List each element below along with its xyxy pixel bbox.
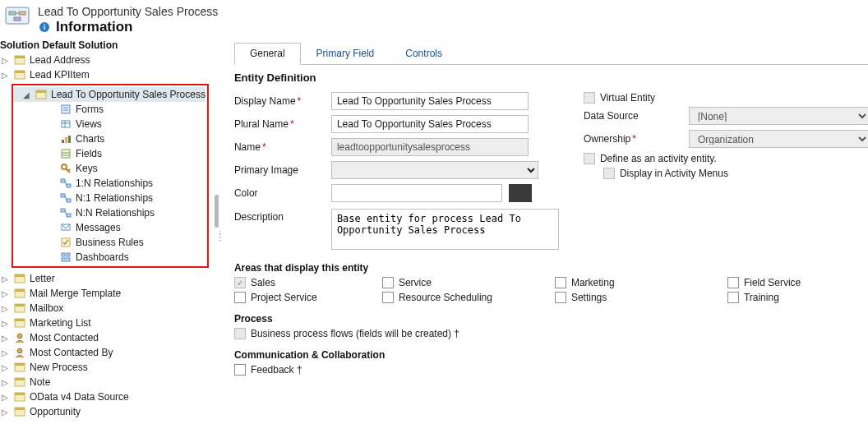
label-bpf: Business process flows (fields will be c… [251, 328, 459, 339]
tree-item-label: Forms [76, 104, 104, 115]
tree-item-dashboards[interactable]: Dashboards [13, 250, 205, 265]
tree-item-opportunity[interactable]: ▷ Opportunity [0, 404, 212, 419]
entity-icon [13, 68, 26, 81]
person-icon [13, 346, 26, 359]
tree-twisty[interactable]: ▷ [0, 378, 10, 387]
plural-name-input[interactable] [331, 115, 529, 133]
color-input[interactable] [331, 184, 502, 202]
tree-twisty[interactable]: ▷ [0, 289, 10, 298]
tree-item-fields[interactable]: Fields [13, 146, 205, 161]
tree-item-letter[interactable]: ▷ Letter [0, 271, 212, 286]
tree-twisty[interactable]: ◢ [21, 90, 31, 99]
entity-icon [13, 316, 26, 330]
entity-icon [13, 272, 26, 285]
tree-twisty[interactable]: ▷ [0, 363, 10, 372]
svg-rect-18 [62, 140, 64, 143]
tree-item-most-contacted[interactable]: ▷ Most Contacted [0, 330, 212, 345]
svg-rect-29 [61, 209, 65, 212]
tree-item-1-n-relationships[interactable]: 1:N Relationships [13, 176, 205, 191]
area-checkbox-service[interactable] [382, 277, 394, 288]
svg-rect-47 [15, 363, 25, 366]
area-label: Settings [571, 292, 607, 303]
tree-item-note[interactable]: ▷ Note [0, 375, 212, 389]
tree-item-keys[interactable]: Keys [13, 161, 205, 176]
area-label: Service [399, 277, 432, 288]
tree-twisty[interactable]: ▷ [0, 348, 10, 357]
tree-item-marketing-list[interactable]: ▷ Marketing List [0, 316, 212, 330]
area-checkbox-resource-scheduling[interactable] [382, 292, 394, 303]
data-source-select[interactable]: [None] [689, 107, 868, 125]
sidebar-scrollbar[interactable] [215, 195, 219, 228]
tree-item-selected[interactable]: ◢ Lead To Opportunity Sales Process [13, 87, 205, 102]
tree-item-business-rules[interactable]: Business Rules [13, 235, 205, 250]
svg-point-44 [17, 334, 22, 339]
tree-item-odata-v4-data-source[interactable]: ▷ OData v4 Data Source [0, 389, 212, 404]
tree-item-lead-kpiitem[interactable]: ▷ Lead KPIItem [0, 67, 212, 82]
tree-item-label: Business Rules [76, 237, 144, 248]
tree-item-messages[interactable]: Messages [13, 220, 205, 235]
tree-twisty[interactable]: ▷ [0, 56, 10, 65]
tree-twisty[interactable]: ▷ [0, 393, 10, 402]
primary-image-select[interactable] [331, 161, 538, 179]
tree-item-label: Most Contacted [30, 332, 99, 343]
tree-twisty[interactable]: ▷ [0, 71, 10, 80]
svg-rect-7 [15, 56, 25, 58]
tree-item-n-1-relationships[interactable]: N:1 Relationships [13, 191, 205, 205]
tree-item-label: Mail Merge Template [30, 288, 121, 299]
area-checkbox-field-service[interactable] [727, 277, 739, 288]
area-checkbox-marketing[interactable] [555, 277, 566, 288]
svg-rect-12 [62, 105, 70, 113]
entity-icon [13, 53, 26, 67]
tree-item-views[interactable]: Views [13, 117, 205, 131]
svg-rect-25 [61, 179, 65, 182]
tree-item-new-process[interactable]: ▷ New Process [0, 360, 212, 375]
tree-twisty[interactable]: ▷ [0, 334, 10, 343]
area-checkbox-training[interactable] [727, 292, 739, 303]
fields-icon [59, 147, 72, 160]
splitter-handle[interactable]: ⋮⋮ [216, 233, 225, 239]
tree-item-label: 1:N Relationships [76, 177, 153, 189]
description-input[interactable]: Base entity for process Lead To Opportun… [331, 209, 559, 250]
process-icon [35, 88, 48, 101]
display-name-input[interactable] [331, 92, 529, 110]
tree-item-label: Views [76, 118, 102, 130]
page-subtitle: Lead To Opportunity Sales Process [38, 5, 218, 18]
area-checkbox-project-service[interactable] [234, 292, 246, 303]
label-virtual-entity: Virtual Entity [600, 92, 655, 104]
feedback-checkbox[interactable] [234, 364, 246, 376]
tree-item-label: N:1 Relationships [76, 192, 153, 204]
color-swatch[interactable] [509, 184, 532, 202]
tree-twisty[interactable]: ▷ [0, 319, 10, 328]
entity-icon [13, 287, 26, 300]
entity-icon [13, 361, 26, 374]
tree-item-charts[interactable]: Charts [13, 131, 205, 146]
area-checkbox-settings[interactable] [555, 292, 566, 303]
tree-item-lead-address[interactable]: ▷ Lead Address [0, 53, 212, 67]
area-label: Sales [251, 277, 275, 288]
tree-item-label: Lead Address [30, 54, 90, 66]
svg-rect-9 [15, 71, 25, 73]
tree-item-mailbox[interactable]: ▷ Mailbox [0, 301, 212, 316]
tree-twisty[interactable]: ▷ [0, 304, 10, 313]
svg-rect-20 [68, 136, 71, 143]
tree-item-most-contacted-by[interactable]: ▷ Most Contacted By [0, 345, 212, 360]
area-label: Field Service [744, 277, 801, 288]
svg-rect-21 [62, 150, 70, 158]
area-label: Resource Scheduling [399, 292, 492, 303]
ownership-select[interactable]: Organization [689, 130, 868, 148]
label-display-activity-menus: Display in Activity Menus [620, 168, 728, 179]
define-activity-checkbox [584, 153, 595, 164]
charts-icon [59, 132, 72, 145]
section-entity-definition: Entity Definition [234, 71, 868, 84]
tree-item-forms[interactable]: Forms [13, 102, 205, 117]
tab-primary-field[interactable]: Primary Field [301, 43, 390, 65]
label-display-name: Display Name [234, 95, 325, 107]
tab-general[interactable]: General [234, 43, 301, 65]
area-label: Marketing [571, 277, 615, 288]
tree-twisty[interactable]: ▷ [0, 408, 10, 417]
rules-icon [59, 236, 72, 249]
tree-item-n-n-relationships[interactable]: N:N Relationships [13, 205, 205, 220]
tab-controls[interactable]: Controls [390, 43, 458, 65]
tree-twisty[interactable]: ▷ [0, 274, 10, 283]
tree-item-mail-merge-template[interactable]: ▷ Mail Merge Template [0, 286, 212, 301]
